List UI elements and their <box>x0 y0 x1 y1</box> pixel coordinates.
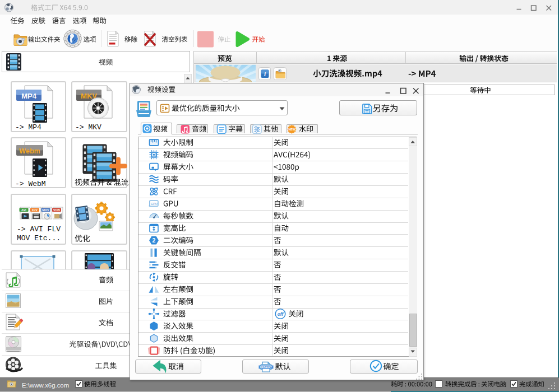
svg-text:NEW: NEW <box>288 128 295 131</box>
svg-text:DEFAULT: DEFAULT <box>260 366 272 368</box>
svg-text:2: 2 <box>153 237 156 244</box>
svg-text:GPU: GPU <box>151 202 158 206</box>
svg-text:off: off <box>278 311 284 317</box>
